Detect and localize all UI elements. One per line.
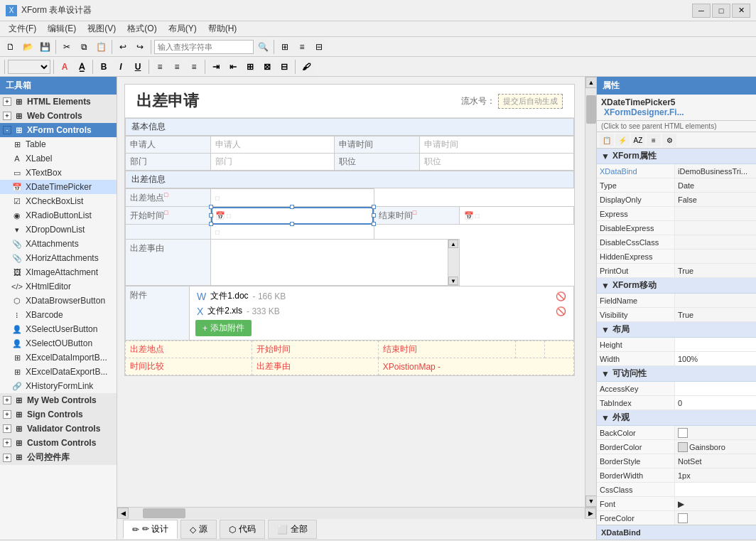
sidebar-item-xcheckboxlist[interactable]: ☑ XCheckBoxList [0,194,117,208]
resize-handle-tl[interactable] [209,205,213,209]
close-button[interactable]: ✕ [732,4,750,18]
sidebar-item-table[interactable]: ⊞ Table [0,137,117,151]
format-btn2[interactable]: ⊠ [259,59,275,75]
paint-button[interactable]: 🖌 [298,59,314,75]
menu-format[interactable]: 格式(O) [122,21,162,36]
sidebar-item-ximageattachment[interactable]: 🖼 XImageAttachment [0,265,117,279]
tab-source[interactable]: ◇ 源 [180,520,217,539]
sidebar-group-validator-controls[interactable]: + ⊞ Validator Controls [0,422,117,436]
format-btn3[interactable]: ⊟ [276,59,292,75]
menu-layout[interactable]: 布局(Y) [163,21,202,36]
resize-handle-tr[interactable] [372,205,376,209]
search-input[interactable] [154,40,254,54]
reason-textarea[interactable] [215,242,455,281]
prop-fieldname-value[interactable] [675,294,756,307]
reason-scroll-up[interactable]: ▲ [448,240,458,248]
start-time-field[interactable]: 📅 □ [211,207,374,225]
reason-scroll-down[interactable]: ▼ [448,277,458,285]
prop-borderwidth-value[interactable]: 1px [675,468,756,482]
prop-type-value[interactable]: Date [675,178,756,192]
expand-custom-icon[interactable]: + [3,439,11,447]
save-button[interactable]: 💾 [37,39,53,55]
prop-accesskey-value[interactable] [675,382,756,395]
prop-visibility-value[interactable]: True [675,308,756,321]
add-attachment-button[interactable]: + 添加附件 [195,320,252,336]
prop-hiddenexpress-value[interactable] [675,250,756,263]
maximize-button[interactable]: □ [712,4,730,18]
prop-backcolor-value[interactable] [675,426,756,439]
props-hint[interactable]: (Click to see parent HTML elements) [597,121,756,132]
reason-field[interactable]: ▲ ▼ [211,240,460,286]
sidebar-item-xdropdownlist[interactable]: ▾ XDropDownList [0,223,117,237]
prop-width-value[interactable]: 100% [675,352,756,365]
extra-field[interactable]: □ [211,225,374,240]
resize-handle-rm[interactable] [372,213,376,218]
sidebar-item-xbarcode[interactable]: ⫶ XBarcode [0,308,117,322]
applicant-field[interactable]: 申请人 [211,136,335,154]
redo-button[interactable]: ↪ [132,39,148,55]
tab-code[interactable]: ⬡ 代码 [220,520,265,539]
indent-button[interactable]: ⇥ [208,59,224,75]
minimize-button[interactable]: ─ [692,4,711,18]
prop-group-appearance[interactable]: ▼ 外观 [597,410,756,426]
prop-xdatabind-value[interactable]: iDemoBusinessTri... [675,164,756,178]
search-button[interactable]: 🔍 [255,39,271,55]
format-btn1[interactable]: ⊞ [242,59,258,75]
prop-borderstyle-value[interactable]: NotSet [675,454,756,468]
sidebar-group-sign-controls[interactable]: + ⊞ Sign Controls [0,407,117,422]
expand-validator-icon[interactable]: + [3,424,11,433]
file1-delete-icon[interactable]: 🚫 [556,291,566,301]
sidebar-group-xform-controls[interactable]: - ⊞ XForm Controls [0,123,117,137]
font-size-select[interactable] [8,60,50,74]
underline-button[interactable]: U [130,59,146,75]
sidebar-item-xlabel[interactable]: A XLabel [0,151,117,166]
sidebar-item-xhorizattachments[interactable]: 📎 XHorizAttachments [0,251,117,265]
sidebar-item-xexceldataimport[interactable]: ⊞ XExcelDataImportB... [0,350,117,365]
expand-sign-icon[interactable]: + [3,410,11,419]
align-right-button[interactable]: ≡ [186,59,202,75]
sidebar-item-xtextbox[interactable]: ▭ XTextBox [0,166,117,180]
resize-handle-bl[interactable] [209,222,213,226]
destination-field[interactable]: □ [211,189,374,207]
paste-button[interactable]: 📋 [93,39,109,55]
outdent-button[interactable]: ⇤ [225,59,241,75]
prop-group-accessibility[interactable]: ▼ 可访问性 [597,366,756,382]
grid-view-button[interactable]: ⊞ [277,39,293,55]
resize-handle-lm[interactable] [209,213,213,218]
prop-express-value[interactable] [675,207,756,220]
scroll-up-button[interactable]: ▲ [585,77,596,88]
dept-field[interactable]: 部门 [211,154,335,171]
expand-html-icon[interactable]: + [3,97,11,106]
menu-edit[interactable]: 编辑(E) [42,21,82,36]
menu-help[interactable]: 帮助(H) [202,21,243,36]
resize-handle-tm[interactable] [290,205,294,209]
prop-forecolor-value[interactable] [675,511,756,525]
file2-delete-icon[interactable]: 🚫 [556,306,566,316]
scroll-right-button[interactable]: ▶ [585,508,596,519]
props-btn-events[interactable]: ⚡ [615,134,630,146]
sidebar-group-company-controls[interactable]: + ⊞ 公司控件库 [0,450,117,465]
prop-font-expand[interactable]: ▶ [675,497,756,510]
prop-cssclass-value[interactable] [675,483,756,496]
align-center-button[interactable]: ≡ [169,59,185,75]
prop-displayonly-value[interactable]: False [675,193,756,206]
align-left-button[interactable]: ≡ [152,59,168,75]
canvas-scroll[interactable]: ▲ ▼ 出差申请 流水号： 提交后自动生成 基本信息 [117,77,596,507]
expand-myweb-icon[interactable]: + [3,396,11,405]
prop-height-value[interactable] [675,338,756,351]
props-btn-sort[interactable]: AZ [631,134,645,146]
sidebar-group-mywebcontrols[interactable]: + ⊞ My Web Controls [0,393,117,407]
prop-group-xform[interactable]: ▼ XForm属性 [597,149,756,164]
end-time-field[interactable]: 📅 □ [459,207,573,225]
position-field[interactable]: 职位 [420,154,574,171]
prop-printout-value[interactable]: True [675,264,756,277]
cut-button[interactable]: ✂ [59,39,75,55]
menu-file[interactable]: 文件(F) [3,21,42,36]
resize-handle-bm[interactable] [290,222,294,226]
prop-disablecss-value[interactable] [675,235,756,249]
tab-all[interactable]: ⬜ 全部 [268,520,317,539]
undo-button[interactable]: ↩ [115,39,131,55]
sidebar-item-xhtmleditor[interactable]: </> XHtmlEditor [0,279,117,294]
sidebar-item-xselectoubutton[interactable]: 👤 XSelectOUButton [0,336,117,350]
expand-company-icon[interactable]: + [3,454,11,462]
